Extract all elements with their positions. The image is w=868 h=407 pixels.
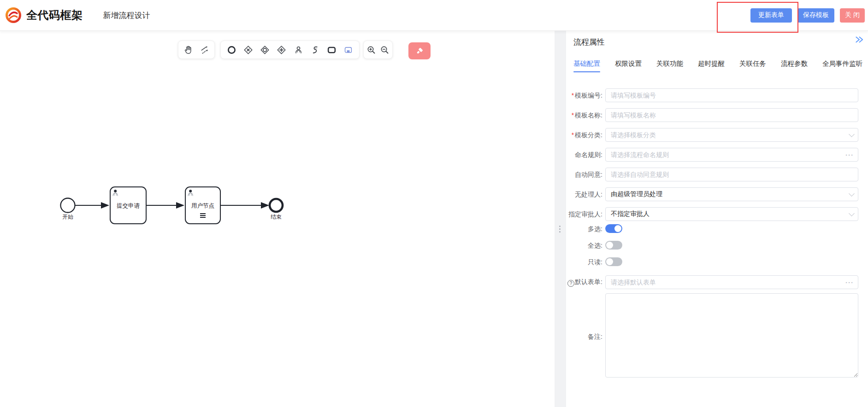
tab-permission[interactable]: 权限设置 [615, 59, 642, 72]
auto-agree-input[interactable] [605, 168, 858, 181]
select-all-toggle[interactable] [605, 241, 622, 250]
ellipsis-icon [845, 275, 854, 289]
tab-related-function[interactable]: 关联功能 [656, 59, 683, 72]
tab-global-event-listener[interactable]: 全局事件监听 [822, 59, 862, 72]
form-row-template-code: *模板编号: [566, 88, 858, 102]
naming-rule-input[interactable] [605, 148, 858, 162]
user-task-node-submit[interactable]: 提交申请 [110, 187, 146, 224]
save-template-button[interactable]: 保存模板 [797, 8, 834, 23]
form-row-template-category: *模板分类: [566, 128, 858, 142]
form-row-template-name: *模板名称: [566, 108, 858, 122]
bpmn-diagram: 开始 提交申请 用户节点 [46, 180, 295, 230]
field-label: 模板编号: [575, 92, 602, 99]
header-actions: 更新表单 保存模板 关 闭 [750, 8, 868, 23]
toolbar-group-tools [178, 41, 215, 59]
task-icon[interactable] [326, 44, 338, 56]
toolbar-group-shapes [220, 41, 360, 59]
field-label: 命名规则: [575, 151, 602, 158]
collapse-panel-icon[interactable] [854, 35, 864, 45]
multi-select-toggle[interactable] [605, 224, 622, 233]
field-label: 备注: [588, 333, 602, 340]
form-row-default-form: 默认表单: [566, 275, 858, 289]
read-only-toggle[interactable] [605, 257, 622, 266]
panel-title: 流程属性 [573, 37, 605, 47]
field-label: 自动同意: [575, 171, 602, 178]
tab-timeout-reminder[interactable]: 超时提醒 [698, 59, 725, 72]
logo-title: 全代码框架 [26, 8, 83, 23]
logo: 全代码框架 [5, 6, 83, 24]
field-label: 模板分类: [575, 131, 602, 139]
question-circle-icon [567, 280, 574, 287]
drag-dots-icon [559, 226, 561, 233]
subprocess-icon[interactable] [342, 44, 354, 56]
zoom-out-icon[interactable] [379, 44, 391, 56]
page-title: 新增流程设计 [103, 10, 150, 21]
start-event-node[interactable]: 开始 [61, 198, 75, 221]
panel-tabs: 基础配置 权限设置 关联功能 超时提醒 关联任务 流程参数 全局事件监听 [573, 59, 862, 72]
no-handler-select[interactable] [605, 187, 858, 201]
update-form-button[interactable]: 更新表单 [750, 8, 792, 23]
tab-related-task[interactable]: 关联任务 [739, 59, 766, 72]
field-label: 默认表单: [575, 278, 602, 285]
logo-icon [5, 6, 22, 24]
properties-panel: 流程属性 基础配置 权限设置 关联功能 超时提醒 关联任务 流程参数 全局事件监… [566, 31, 868, 407]
user-task-icon[interactable] [292, 44, 304, 56]
field-label: 全选: [588, 242, 602, 249]
form-row-remark: 备注: [566, 293, 858, 379]
close-button[interactable]: 关 闭 [840, 8, 865, 23]
user-task-node-user[interactable]: 用户节点 [185, 187, 220, 224]
arrow-down-icon [850, 207, 854, 221]
start-event-icon[interactable] [225, 44, 237, 56]
gateway-inclusive-icon[interactable] [259, 44, 271, 56]
field-label: 多选: [588, 225, 602, 233]
flow-designer-app: 全代码框架 新增流程设计 更新表单 保存模板 关 闭 [0, 0, 868, 407]
ellipsis-icon [845, 148, 854, 162]
form-row-assigned-approver: 指定审批人: [566, 207, 858, 221]
form-row-no-handler: 无处理人: [566, 187, 858, 201]
end-node-label: 结束 [271, 214, 282, 220]
zoom-in-icon[interactable] [365, 44, 377, 56]
template-code-input[interactable] [605, 88, 858, 102]
toolbar-group-zoom [363, 41, 393, 59]
diagram-canvas[interactable]: 开始 提交申请 用户节点 [0, 31, 555, 407]
arrow-down-icon [850, 128, 854, 142]
form-row-select-all: 全选: [566, 241, 622, 250]
panel-resize-handle[interactable] [555, 31, 566, 407]
task-node-label: 用户节点 [191, 203, 214, 209]
field-label: 只读: [588, 258, 602, 266]
tab-basic-config[interactable]: 基础配置 [573, 59, 600, 72]
gateway-parallel-icon[interactable] [276, 44, 288, 56]
connect-tool-icon[interactable] [198, 44, 210, 56]
form-row-naming-rule: 命名规则: [566, 148, 858, 162]
form-row-multi-select: 多选: [566, 224, 622, 233]
template-name-input[interactable] [605, 108, 858, 122]
remark-textarea[interactable] [605, 293, 858, 378]
header: 全代码框架 新增流程设计 更新表单 保存模板 关 闭 [0, 0, 868, 31]
field-label: 指定审批人: [568, 210, 602, 218]
template-category-select[interactable] [605, 128, 858, 142]
task-node-label: 提交申请 [117, 203, 140, 209]
clear-canvas-button[interactable] [408, 42, 431, 59]
start-node-label: 开始 [62, 214, 73, 220]
sequence-flow-icon[interactable] [309, 44, 321, 56]
arrow-down-icon [850, 187, 854, 201]
clear-canvas-icon [415, 47, 424, 56]
form-row-read-only: 只读: [566, 257, 622, 266]
hand-tool-icon[interactable] [183, 44, 195, 56]
assigned-approver-select[interactable] [605, 207, 858, 221]
gateway-exclusive-icon[interactable] [242, 44, 254, 56]
field-label: 模板名称: [575, 111, 602, 119]
tab-flow-params[interactable]: 流程参数 [781, 59, 808, 72]
end-event-node[interactable]: 结束 [270, 199, 283, 220]
form-row-auto-agree: 自动同意: [566, 168, 858, 181]
field-label: 无处理人: [575, 191, 602, 198]
default-form-input[interactable] [605, 275, 858, 289]
